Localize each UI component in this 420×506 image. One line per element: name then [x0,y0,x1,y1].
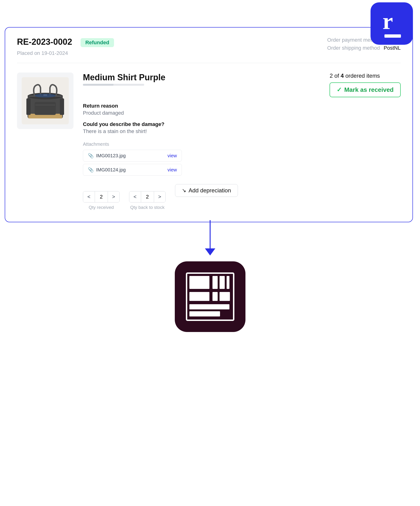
refunded-badge: Refunded [81,38,114,47]
qty-stock-increment-button[interactable]: > [154,191,166,202]
attachment-view-link[interactable]: view [168,153,177,159]
shipping-method-label: Order shipping method [327,45,380,51]
return-order-card: RE-2023-0002 Refunded Placed on 19-01-20… [5,27,413,222]
shipping-method-row: Order shipping method PostNL [327,45,401,51]
qty-received-label: Qty received [89,205,114,210]
product-image [17,73,74,129]
bag-illustration [22,77,69,124]
svg-rect-8 [35,102,56,115]
attachment-filename: IMG00124.jpg [96,167,126,173]
svg-rect-15 [227,276,230,289]
return-reason-label: Return reason [83,103,401,109]
items-count: 2 of 4 ordered items [330,73,401,79]
bottom-logo [175,261,245,332]
qty-stock-value: 2 [141,191,154,202]
qty-received-control: < 2 > [83,191,120,202]
product-name-col: Medium Shirt Purple [83,73,165,89]
top-right-logo: r [371,2,413,45]
order-info: RE-2023-0002 Refunded Placed on 19-01-20… [17,37,114,56]
attachment-filename: IMG00123.jpg [96,153,126,159]
svg-rect-19 [190,304,230,309]
attachment-item: 📎 IMG00123.jpg view [83,150,182,161]
svg-rect-20 [190,311,220,316]
qty-stock-decrement-button[interactable]: < [129,191,141,202]
mark-as-received-button[interactable]: ✓ Mark as received [330,82,401,97]
qty-stock-label: Qty back to stock [130,205,165,210]
flow-arrow [205,220,215,255]
product-name: Medium Shirt Purple [83,73,165,82]
progress-bar-container [83,84,144,86]
attachment-view-link-2[interactable]: view [168,167,177,173]
checkmark-icon: ✓ [337,86,342,93]
shipping-method-value: PostNL [384,45,401,51]
attachment-item: 📎 IMG00124.jpg view [83,164,182,176]
qty-received-decrement-button[interactable]: < [83,191,95,202]
svg-rect-18 [220,292,230,301]
product-top-row: Medium Shirt Purple 2 of 4 ordered items… [83,73,401,97]
logo-letter-r: r [383,9,393,33]
qty-received-increment-button[interactable]: > [108,191,119,202]
damage-answer: There is a stain on the shirt! [83,128,401,134]
svg-rect-14 [220,276,225,289]
svg-rect-6 [26,98,31,115]
logo-bar [384,34,401,38]
arrow-head [205,248,215,255]
damage-question: Could you describe the damage? [83,121,401,127]
items-count-col: 2 of 4 ordered items ✓ Mark as received [330,73,401,97]
depreciation-icon: ↘ [182,187,186,193]
order-date: Placed on 19-01-2024 [17,50,68,56]
add-depreciation-button[interactable]: ↘ Add depreciation [175,184,238,197]
qty-section: < 2 > Qty received < 2 > Qty back to sto… [83,184,401,210]
svg-rect-7 [60,98,64,115]
product-details: Medium Shirt Purple 2 of 4 ordered items… [83,73,401,210]
bottom-logo-svg [184,271,236,323]
svg-rect-17 [212,292,218,301]
svg-rect-12 [190,276,210,289]
qty-stock-control: < 2 > [129,191,166,202]
paperclip-icon: 📎 [88,167,94,173]
qty-received-value: 2 [95,191,108,202]
attachments-label: Attachments [83,141,401,147]
svg-rect-16 [190,292,210,301]
qty-stock-group: < 2 > Qty back to stock [129,191,166,210]
return-reason-value: Product damaged [83,110,401,116]
svg-rect-13 [212,276,218,289]
product-section: Medium Shirt Purple 2 of 4 ordered items… [17,73,401,210]
arrow-line [210,220,210,248]
progress-bar-fill [83,84,114,86]
svg-point-10 [35,94,56,98]
card-header: RE-2023-0002 Refunded Placed on 19-01-20… [17,37,401,63]
order-id: RE-2023-0002 [17,37,72,47]
qty-received-group: < 2 > Qty received [83,191,120,210]
paperclip-icon: 📎 [88,153,94,159]
